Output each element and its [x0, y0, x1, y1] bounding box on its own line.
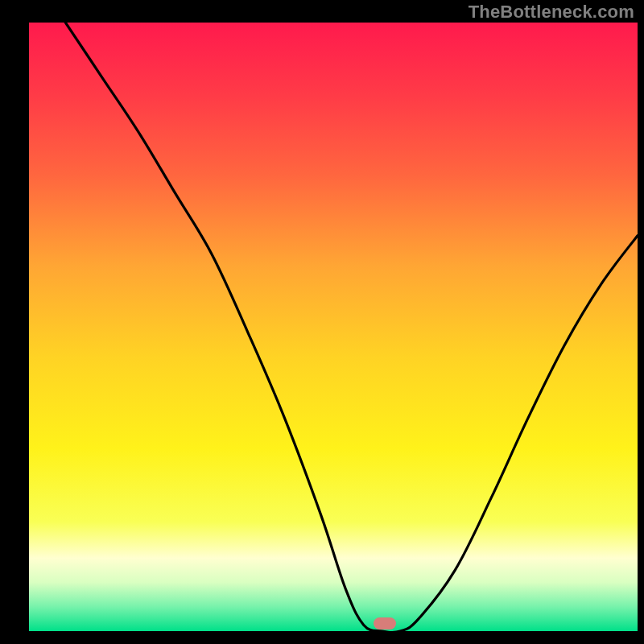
chart-stage: TheBottleneck.com	[0, 0, 644, 644]
optimum-marker-pill	[374, 617, 396, 630]
bottleneck-curve	[29, 23, 638, 631]
watermark-text: TheBottleneck.com	[469, 2, 634, 23]
plot-area	[29, 23, 638, 631]
